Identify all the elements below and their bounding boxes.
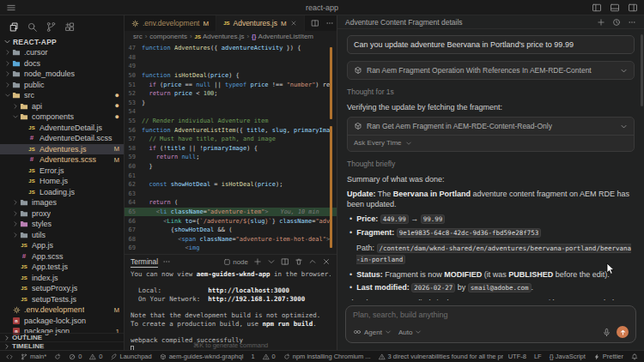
code-text[interactable]: <span className="adventure-item-hot-deal… (142, 236, 337, 243)
activity-source-control[interactable] (41, 18, 60, 35)
tree-item-AdventureDetail.js[interactable]: JSAdventureDetail.js (0, 123, 124, 134)
tree-item-Adventures.js[interactable]: JSAdventures.jsM (0, 144, 124, 155)
tree-item-Adventures.scss[interactable]: #Adventures.scssM (0, 154, 124, 166)
vulnerabilities-item[interactable]: 3 direct vulnerabilities found for all t… (379, 353, 503, 360)
project-item[interactable]: aem-guides-wknd-graphql (160, 353, 244, 360)
tree-item-docs[interactable]: docs (0, 58, 124, 69)
tree-item-App.test.js[interactable]: JSApp.test.js (0, 262, 124, 273)
chat-scrollbar[interactable] (641, 34, 643, 106)
new-terminal-button[interactable] (253, 257, 262, 266)
activity-search[interactable] (22, 18, 41, 35)
tree-item-api[interactable]: api● (0, 101, 124, 112)
tool-permission-selector[interactable]: Ask Every Time (348, 135, 634, 151)
tab-.env.development[interactable]: .env.developmentM (125, 15, 216, 31)
code-text[interactable]: <li className="adventure-item">You, 10 m… (142, 208, 337, 215)
project-errors-item[interactable]: 1 (251, 353, 254, 360)
activity-extensions[interactable] (60, 18, 79, 35)
tree-item-images[interactable]: images (0, 197, 124, 208)
tree-item-setupTests.js[interactable]: JSsetupTests.js (0, 294, 124, 305)
tree-item-Home.js[interactable]: JSHome.js (0, 176, 124, 187)
code-text[interactable]: function Adventures({ adventureActivity … (142, 45, 337, 51)
formatter-item[interactable]: Prettier (593, 353, 623, 360)
tree-item-.env.development[interactable]: .env.developmentM (0, 305, 124, 316)
code-text[interactable]: const showHotDeal = isHotDeal(price); (142, 181, 337, 188)
agent-mode-selector[interactable]: Agent (353, 328, 392, 336)
menu-icon[interactable] (6, 3, 16, 13)
chat-messages[interactable]: Can you update adventure Beervana in Por… (337, 29, 644, 300)
expand-chevron-icon[interactable] (620, 123, 628, 130)
terminal-profiles-dropdown[interactable] (267, 257, 276, 266)
tree-item-node_modules[interactable]: node_modules (0, 69, 124, 80)
code-text[interactable]: // Render individual Adventure item (142, 118, 337, 124)
section-timeline[interactable]: TIMELINE (0, 341, 124, 350)
tree-item-App.scss[interactable]: #App.scss (0, 251, 124, 262)
tree-item-styles[interactable]: styles (0, 219, 124, 230)
code-text[interactable]: if (!title || !primaryImage) { (142, 145, 337, 152)
close-tab-icon[interactable] (290, 20, 297, 27)
breadcrumb-item-AdventureListItem[interactable]: {}AdventureListItem (252, 33, 313, 40)
git-branch-item[interactable]: main* (21, 353, 46, 360)
language-item[interactable]: {} JavaScript (550, 353, 586, 360)
code-text[interactable]: return ( (142, 199, 337, 206)
code-text[interactable]: function AdventureListItem({ title, slug… (142, 127, 337, 134)
errors-item[interactable]: 0 (69, 353, 82, 360)
encoding-item[interactable]: UTF-8 (508, 353, 526, 360)
tool-call[interactable]: Ran Aem Fragment Operation With Referenc… (347, 61, 635, 80)
split-editor-icon[interactable] (311, 19, 319, 27)
tree-item-AdventureDetail.scss[interactable]: #AdventureDetail.scss (0, 133, 124, 144)
notifications-item[interactable] (631, 353, 638, 360)
tree-item-.cursor[interactable]: .cursor (0, 47, 124, 58)
chat-input-box[interactable]: Plan, search, build anything AgentAuto (345, 305, 636, 343)
launchpad-item[interactable]: Launchpad (111, 353, 152, 360)
chat-more-icon[interactable] (628, 18, 636, 27)
warnings-item[interactable]: 0 (89, 353, 102, 360)
tool-call[interactable]: Ran Get Aem Fragment in AEM-RDE-Content-… (347, 117, 635, 152)
git-sync-item[interactable] (54, 353, 61, 360)
expand-chevron-icon[interactable] (620, 67, 628, 75)
tab-Adventures.js[interactable]: JSAdventures.jsM (216, 15, 305, 31)
tree-item-components[interactable]: components● (0, 112, 124, 123)
tree-item-App.js[interactable]: JSApp.js (0, 240, 124, 251)
tree-item-package-lock.json[interactable]: npackage-lock.json (0, 316, 124, 327)
voice-input-icon[interactable] (602, 328, 611, 337)
new-chat-icon[interactable] (597, 18, 605, 27)
explorer-header[interactable]: REACT-APP (0, 36, 124, 47)
project-warnings-item[interactable]: 0 (263, 353, 276, 360)
code-text[interactable]: return price < 100; (142, 90, 337, 97)
chat-input[interactable]: Plan, search, build anything (353, 311, 629, 322)
chat-history-icon[interactable] (612, 18, 621, 27)
activity-explorer[interactable] (3, 18, 22, 35)
code-text[interactable]: {showHotDeal && ( (142, 226, 337, 233)
tree-item-src[interactable]: src● (0, 90, 124, 101)
tree-item-public[interactable]: public (0, 80, 124, 91)
toggle-primary-sidebar-icon[interactable] (592, 3, 602, 13)
tree-item-utils[interactable]: utils (0, 230, 124, 241)
breadcrumb-item-Adventures.js[interactable]: JSAdventures.js (195, 33, 245, 40)
kill-terminal-button[interactable] (295, 257, 303, 266)
code-editor[interactable]: 47function Adventures({ adventureActivit… (125, 42, 337, 254)
toggle-secondary-sidebar-icon[interactable] (628, 3, 638, 13)
code-text[interactable]: } (142, 163, 337, 170)
code-text[interactable]: <img (142, 244, 337, 251)
tree-item-proxy[interactable]: proxy (0, 208, 124, 220)
remote-indicator[interactable] (6, 353, 13, 360)
close-panel-button[interactable] (322, 257, 331, 266)
code-text[interactable]: if (price == null || typeof price !== "n… (142, 81, 337, 88)
tree-item-Error.js[interactable]: JSError.js (0, 166, 124, 177)
tree-item-setupProxy.js[interactable]: JSsetupProxy.js (0, 283, 124, 294)
terminal-tab[interactable]: Terminal (131, 256, 158, 268)
model-selector[interactable]: Auto (398, 329, 422, 336)
editor-more-icon[interactable] (325, 19, 334, 27)
code-text[interactable]: } (142, 100, 337, 106)
eol-item[interactable]: LF (534, 353, 542, 360)
section-outline[interactable]: OUTLINE (0, 333, 124, 341)
install-item[interactable]: npm installing Chromium ... (283, 353, 371, 360)
toggle-panel-icon[interactable] (610, 3, 620, 13)
tree-item-Loading.js[interactable]: JSLoading.js (0, 187, 124, 198)
thought-label[interactable]: Thought for 1s (347, 87, 635, 97)
more-icon[interactable] (162, 257, 171, 266)
code-text[interactable]: <Link to={`/adventure/${slug}`} classNam… (142, 218, 337, 225)
split-terminal-button[interactable] (281, 257, 289, 266)
breadcrumb-item-src[interactable]: src (133, 33, 143, 40)
code-text[interactable]: // Must have title, path, and image (142, 136, 337, 142)
